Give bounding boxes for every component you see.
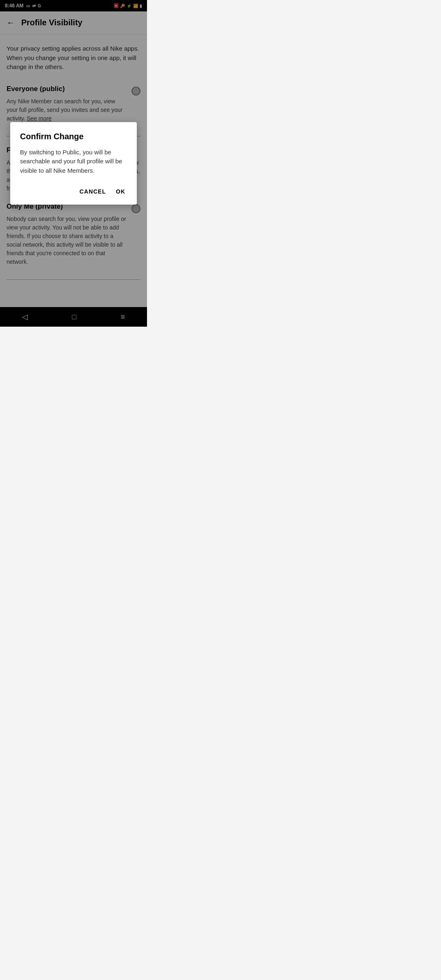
dialog-actions: CANCEL OK bbox=[20, 185, 127, 198]
ok-button[interactable]: OK bbox=[114, 185, 127, 198]
dialog-scrim: Confirm Change By switching to Public, y… bbox=[0, 0, 147, 327]
dialog-body: By switching to Public, you will be sear… bbox=[20, 148, 127, 176]
cancel-button[interactable]: CANCEL bbox=[78, 185, 108, 198]
confirm-dialog: Confirm Change By switching to Public, y… bbox=[10, 122, 137, 205]
dialog-title: Confirm Change bbox=[20, 132, 127, 141]
